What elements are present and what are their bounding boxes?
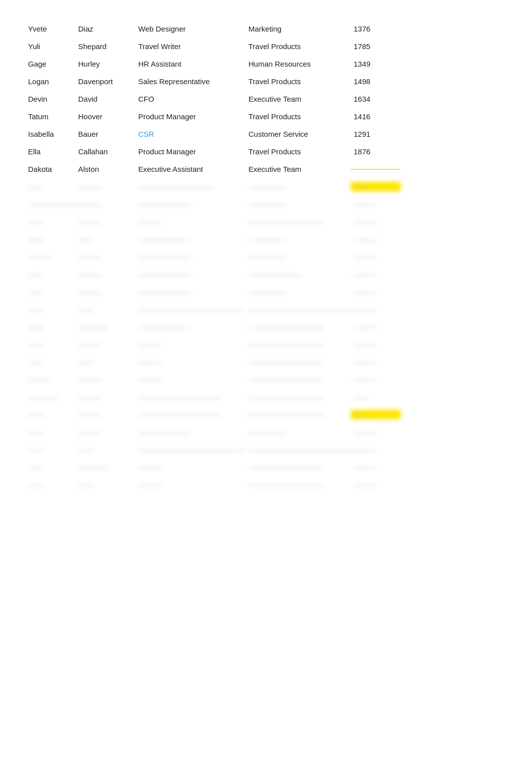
first-name-cell: Isabella bbox=[25, 129, 75, 139]
first-name-cell: Gage bbox=[25, 59, 75, 69]
id-cell: 1634 bbox=[351, 94, 401, 104]
first-name-cell: —— bbox=[25, 339, 75, 350]
id-cell: ——— bbox=[351, 339, 401, 350]
dept-cell: —————————— bbox=[245, 392, 351, 402]
dept-cell: Human Resources bbox=[245, 59, 351, 69]
first-name-cell: Yvete bbox=[25, 24, 75, 34]
last-name-cell: ———— bbox=[75, 462, 135, 472]
last-name-cell: Hurley bbox=[75, 59, 135, 69]
last-name-cell: Bauer bbox=[75, 129, 135, 139]
title-cell: ——— bbox=[135, 374, 245, 385]
first-name-cell: ———— bbox=[25, 392, 75, 402]
last-name-cell: —— bbox=[75, 304, 135, 315]
first-name-cell: —— bbox=[25, 479, 75, 490]
dept-cell: ————— bbox=[245, 234, 351, 244]
table-row: ——— ——— ——————— ————— ——— bbox=[25, 248, 507, 266]
table-row: Dakota Alston Executive Assistant Execut… bbox=[25, 160, 507, 178]
title-cell: —————————————— bbox=[135, 444, 245, 455]
table-row: ——— ——— ——— —————————— ——— bbox=[25, 371, 507, 388]
dept-cell: Customer Service bbox=[245, 129, 351, 139]
title-cell: ——————— bbox=[135, 269, 245, 280]
title-cell: CFO bbox=[135, 94, 245, 104]
first-name-cell: —— bbox=[25, 322, 75, 332]
table-row: Gage Hurley HR Assistant Human Resources… bbox=[25, 55, 507, 73]
title-cell: ——————— bbox=[135, 199, 245, 209]
first-name-cell: —— bbox=[25, 216, 75, 227]
id-cell: 1785 bbox=[351, 41, 401, 52]
id-cell: —— bbox=[351, 182, 401, 191]
dept-cell: Executive Team bbox=[245, 94, 351, 104]
first-name-cell: Devin bbox=[25, 94, 75, 104]
first-name-cell: —— bbox=[25, 357, 75, 367]
last-name-cell: David bbox=[75, 94, 135, 104]
first-name-cell: —— bbox=[25, 181, 75, 192]
title-cell[interactable]: CSR bbox=[135, 129, 245, 139]
last-name-cell: Shepard bbox=[75, 41, 135, 52]
last-name-cell: —— bbox=[75, 357, 135, 367]
title-cell: ——————— bbox=[135, 234, 245, 244]
id-cell: 1416 bbox=[351, 111, 401, 122]
table-row: Devin David CFO Executive Team 1634 bbox=[25, 90, 507, 108]
table-row: —— ——— ——————— ————— ——— bbox=[25, 283, 507, 301]
id-cell: ——— bbox=[351, 234, 401, 244]
last-name-cell: ———— bbox=[75, 322, 135, 332]
first-name-cell: —— bbox=[25, 234, 75, 244]
first-name-cell: Tatum bbox=[25, 111, 75, 122]
first-name-cell: —— bbox=[25, 462, 75, 472]
dept-cell: —————————————— bbox=[245, 444, 351, 455]
id-cell: ——— bbox=[351, 216, 401, 227]
table-row: Yuli Shepard Travel Writer Travel Produc… bbox=[25, 38, 507, 55]
first-name-cell: —— bbox=[25, 444, 75, 455]
table-row: Isabella Bauer CSR Customer Service 1291 bbox=[25, 125, 507, 143]
table-row: —— ——— ——— —————————— ——— bbox=[25, 336, 507, 353]
table-row: —— —— —————————————— —————————————— ——— bbox=[25, 301, 507, 318]
id-cell: 1376 bbox=[351, 24, 401, 34]
title-cell: ——————— bbox=[135, 427, 245, 437]
title-cell: ——————————— bbox=[135, 392, 245, 402]
dept-cell: Marketing bbox=[245, 24, 351, 34]
table-row: —— ——— ——————— ——————— ——— bbox=[25, 266, 507, 283]
first-name-cell: —— bbox=[25, 409, 75, 420]
table-row: —— ——— ——————— ————— ——— bbox=[25, 423, 507, 441]
last-name-cell: —— bbox=[75, 234, 135, 244]
last-name-cell: Alston bbox=[75, 164, 135, 174]
table-row: —— ——— ——————————— —————————— —— bbox=[25, 406, 507, 423]
table-row: Ella Callahan Product Manager Travel Pro… bbox=[25, 143, 507, 160]
title-cell: ——— bbox=[135, 462, 245, 472]
last-name-cell: ——— bbox=[75, 269, 135, 280]
first-name-cell: ———————— bbox=[25, 199, 75, 209]
dept-cell: ————— bbox=[245, 181, 351, 192]
title-cell: ——— bbox=[135, 479, 245, 490]
first-name-cell: Logan bbox=[25, 76, 75, 87]
last-name-cell: —— bbox=[75, 479, 135, 490]
first-name-cell: —— bbox=[25, 304, 75, 315]
table-row: —— —— ——————— ————— ——— bbox=[25, 230, 507, 248]
title-cell: —————————————— bbox=[135, 304, 245, 315]
id-cell: 1291 bbox=[351, 129, 401, 139]
id-cell: 1349 bbox=[351, 59, 401, 69]
first-name-cell: ——— bbox=[25, 251, 75, 262]
first-name-cell: Dakota bbox=[25, 164, 75, 174]
id-cell: ——— bbox=[351, 287, 401, 297]
last-name-cell: Callahan bbox=[75, 146, 135, 157]
id-cell: ——— bbox=[351, 322, 401, 332]
title-cell: ——————— bbox=[135, 251, 245, 262]
last-name-cell: ——— bbox=[75, 287, 135, 297]
last-name-cell: Davenport bbox=[75, 76, 135, 87]
title-cell: HR Assistant bbox=[135, 59, 245, 69]
title-cell: Travel Writer bbox=[135, 41, 245, 52]
dept-cell: —————————— bbox=[245, 374, 351, 385]
dept-cell: ————— bbox=[245, 427, 351, 437]
dept-cell: —————————————— bbox=[245, 304, 351, 315]
id-cell: ——— bbox=[351, 374, 401, 385]
last-name-cell: Hoover bbox=[75, 111, 135, 122]
table-row: Logan Davenport Sales Representative Tra… bbox=[25, 73, 507, 90]
last-name-cell: ——— bbox=[75, 251, 135, 262]
first-name-cell: —— bbox=[25, 287, 75, 297]
id-cell: —— bbox=[351, 392, 401, 402]
dept-cell: —————————— bbox=[245, 216, 351, 227]
title-cell: Executive Assistant bbox=[135, 164, 245, 174]
title-cell: ——— bbox=[135, 216, 245, 227]
last-name-cell: Diaz bbox=[75, 24, 135, 34]
table-row: ———— ——— ——————————— —————————— —— bbox=[25, 388, 507, 406]
